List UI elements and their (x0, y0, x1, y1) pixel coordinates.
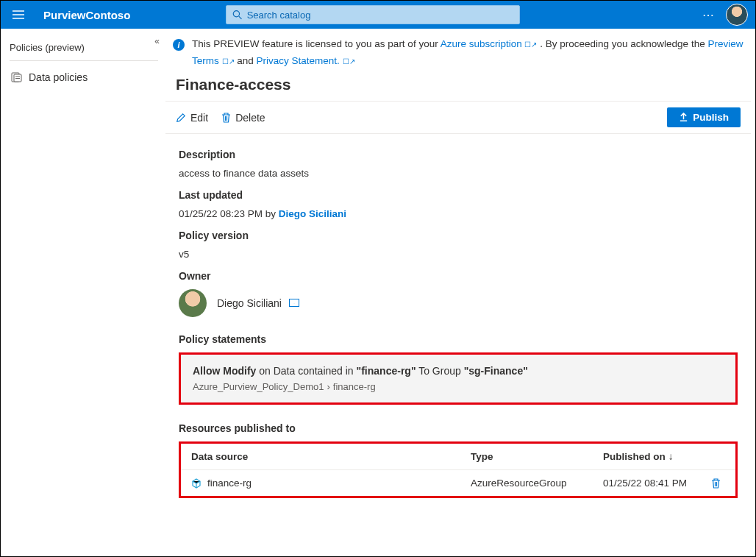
svg-line-1 (239, 16, 242, 19)
col-data-source[interactable]: Data source (191, 451, 471, 462)
search-icon (232, 10, 242, 20)
publish-button[interactable]: Publish (667, 107, 741, 127)
owner-name: Diego Siciliani (217, 297, 282, 309)
last-updated-user-link[interactable]: Diego Siciliani (279, 208, 346, 219)
privacy-statement-link[interactable]: Privacy Statement. ☐↗ (257, 55, 355, 66)
user-avatar[interactable] (726, 4, 748, 26)
row-type: AzureResourceGroup (471, 478, 603, 489)
sidebar-section-title: Policies (preview) (10, 39, 158, 61)
statement-path: Azure_Purview_Policy_Demo1›finance-rg (193, 381, 724, 392)
statement-text: Allow Modify on Data contained in "finan… (193, 365, 724, 377)
owner-name-wrap: Diego Siciliani (217, 297, 299, 309)
notice-text: This PREVIEW feature is licensed to you … (192, 36, 746, 70)
sidebar-collapse-icon[interactable]: « (154, 36, 160, 46)
external-link-icon: ☐↗ (343, 57, 355, 65)
more-icon[interactable]: ⋯ (702, 8, 716, 22)
info-icon: i (173, 39, 185, 51)
last-updated-label: Last updated (179, 189, 738, 201)
external-link-icon: ☐↗ (524, 40, 537, 49)
policy-statement[interactable]: Allow Modify on Data contained in "finan… (179, 352, 738, 405)
search-box[interactable] (226, 5, 520, 24)
owner-row: Diego Siciliani (179, 289, 738, 317)
description-label: Description (179, 149, 738, 160)
policy-icon (11, 71, 23, 83)
policy-statements-label: Policy statements (179, 333, 738, 345)
publish-icon (679, 113, 688, 122)
table-row[interactable]: finance-rg AzureResourceGroup 01/25/22 0… (181, 470, 735, 496)
sidebar: « Policies (preview) Data policies (1, 29, 165, 556)
edit-icon (176, 113, 186, 123)
col-type[interactable]: Type (471, 451, 603, 462)
search-container (226, 5, 520, 24)
topbar-right: ⋯ (702, 4, 748, 26)
table-header: Data source Type Published on↓ (181, 444, 735, 470)
sidebar-item-label: Data policies (29, 71, 88, 83)
resources-published-label: Resources published to (179, 422, 738, 434)
policy-version-value: v5 (179, 249, 738, 260)
main-content: i This PREVIEW feature is licensed to yo… (165, 29, 755, 556)
preview-notice: i This PREVIEW feature is licensed to yo… (165, 29, 751, 73)
mail-icon[interactable] (289, 299, 299, 307)
azure-subscription-link[interactable]: Azure subscription ☐↗ (441, 38, 538, 49)
command-bar: Edit Delete Publish (165, 101, 751, 134)
external-link-icon: ☐↗ (222, 57, 235, 65)
search-input[interactable] (247, 10, 514, 21)
sidebar-item-data-policies[interactable]: Data policies (10, 67, 158, 88)
top-bar: PurviewContoso ⋯ (1, 1, 755, 29)
row-published: 01/25/22 08:41 PM (603, 478, 687, 489)
svg-point-0 (234, 11, 240, 17)
delete-icon (221, 113, 231, 123)
resource-group-icon (191, 478, 202, 489)
edit-button[interactable]: Edit (176, 112, 208, 124)
col-published-on[interactable]: Published on↓ (603, 451, 725, 462)
hamburger-icon[interactable] (8, 4, 29, 25)
delete-button[interactable]: Delete (221, 112, 265, 124)
row-delete-icon[interactable] (711, 478, 725, 489)
app-name[interactable]: PurviewContoso (43, 9, 130, 21)
page-title: Finance-access (165, 73, 751, 101)
resources-table: Data source Type Published on↓ finance-r… (179, 441, 738, 498)
owner-avatar[interactable] (179, 289, 207, 317)
policy-version-label: Policy version (179, 230, 738, 241)
row-source: finance-rg (207, 478, 252, 489)
last-updated-value: 01/25/22 08:23 PM by Diego Siciliani (179, 208, 738, 219)
sort-desc-icon: ↓ (668, 451, 674, 462)
description-value: access to finance data assets (179, 168, 738, 179)
owner-label: Owner (179, 270, 738, 282)
